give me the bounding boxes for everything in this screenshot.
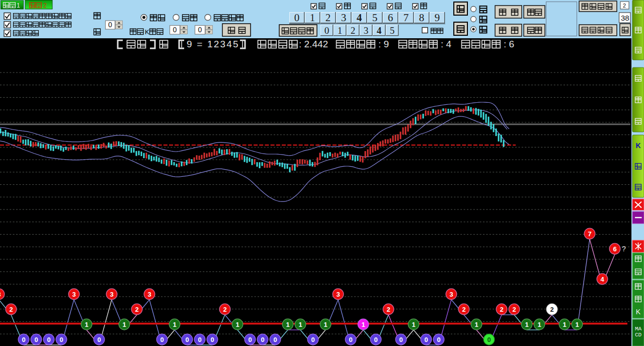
svg-text:2: 2 bbox=[9, 306, 13, 313]
svg-text:0: 0 bbox=[261, 336, 264, 343]
svg-text:0: 0 bbox=[349, 336, 352, 343]
svg-text:3: 3 bbox=[110, 291, 113, 298]
svg-text:2: 2 bbox=[386, 306, 390, 313]
svg-text:1: 1 bbox=[122, 321, 126, 328]
svg-text:2: 2 bbox=[550, 306, 553, 313]
svg-text:1: 1 bbox=[85, 321, 88, 328]
svg-text:K: K bbox=[636, 308, 641, 316]
svg-text:: 6: : 6 bbox=[504, 39, 514, 49]
svg-text:3: 3 bbox=[341, 12, 347, 24]
svg-text:1: 1 bbox=[537, 321, 541, 328]
svg-text:0: 0 bbox=[22, 336, 25, 343]
svg-text:6: 6 bbox=[388, 12, 393, 24]
svg-text:MA: MA bbox=[635, 326, 642, 332]
svg-text:3: 3 bbox=[449, 291, 453, 298]
svg-text:3: 3 bbox=[0, 291, 1, 298]
svg-text:1: 1 bbox=[525, 321, 528, 328]
svg-text:0: 0 bbox=[108, 21, 112, 29]
svg-text:2: 2 bbox=[43, 2, 47, 9]
svg-text:7: 7 bbox=[404, 12, 409, 24]
svg-text:2: 2 bbox=[351, 25, 356, 36]
svg-text:K: K bbox=[635, 142, 640, 150]
svg-text:1: 1 bbox=[173, 321, 176, 328]
svg-text:1: 1 bbox=[474, 321, 478, 328]
svg-text:6: 6 bbox=[613, 245, 616, 253]
svg-text:9 = 12345: 9 = 12345 bbox=[187, 39, 239, 49]
svg-text:1: 1 bbox=[235, 321, 239, 328]
svg-text:3: 3 bbox=[364, 25, 369, 36]
svg-text:0: 0 bbox=[325, 25, 330, 36]
svg-text:0: 0 bbox=[34, 336, 38, 343]
svg-text:1: 1 bbox=[338, 25, 343, 36]
svg-text:: 4: : 4 bbox=[441, 39, 452, 49]
svg-text:8: 8 bbox=[419, 12, 425, 24]
svg-text:5: 5 bbox=[390, 25, 395, 36]
svg-text:0: 0 bbox=[273, 336, 277, 343]
svg-text:1: 1 bbox=[361, 321, 365, 328]
svg-text:0: 0 bbox=[185, 336, 189, 343]
svg-text:0: 0 bbox=[437, 336, 440, 343]
svg-text:0: 0 bbox=[210, 336, 214, 343]
svg-text:2: 2 bbox=[623, 3, 626, 9]
svg-text:CD: CD bbox=[635, 332, 642, 338]
svg-text:7: 7 bbox=[588, 230, 591, 238]
svg-text:2: 2 bbox=[500, 306, 503, 313]
svg-text:1: 1 bbox=[562, 321, 566, 328]
svg-text:0: 0 bbox=[47, 336, 50, 343]
svg-text:0: 0 bbox=[399, 336, 403, 343]
svg-text:1: 1 bbox=[17, 2, 20, 9]
svg-text:0: 0 bbox=[248, 336, 252, 343]
svg-text:0: 0 bbox=[311, 336, 314, 343]
svg-text:?: ? bbox=[622, 245, 626, 253]
svg-text:1: 1 bbox=[324, 321, 327, 328]
svg-text:5: 5 bbox=[372, 12, 378, 24]
svg-text:0: 0 bbox=[160, 336, 164, 343]
svg-text:1: 1 bbox=[412, 321, 415, 328]
svg-text:1: 1 bbox=[298, 321, 302, 328]
svg-text:0: 0 bbox=[374, 336, 377, 343]
svg-text:K: K bbox=[145, 28, 149, 36]
svg-text:2: 2 bbox=[135, 306, 138, 313]
svg-text:4: 4 bbox=[357, 12, 362, 24]
svg-text:0: 0 bbox=[424, 336, 428, 343]
svg-text:3: 3 bbox=[72, 291, 75, 298]
svg-text:1: 1 bbox=[310, 12, 315, 24]
svg-text:4: 4 bbox=[600, 275, 604, 283]
svg-text:0: 0 bbox=[59, 336, 63, 343]
svg-text:2: 2 bbox=[462, 306, 465, 313]
svg-text:0: 0 bbox=[294, 12, 300, 24]
svg-text:38: 38 bbox=[621, 14, 629, 22]
svg-text:4: 4 bbox=[377, 25, 382, 36]
svg-text:: 9: : 9 bbox=[378, 39, 389, 49]
svg-text:9: 9 bbox=[435, 12, 440, 24]
svg-text:1: 1 bbox=[286, 321, 289, 328]
svg-text:3: 3 bbox=[336, 291, 340, 298]
svg-text:0: 0 bbox=[198, 336, 201, 343]
svg-text:0: 0 bbox=[97, 336, 101, 343]
svg-text:2: 2 bbox=[326, 12, 331, 24]
svg-text:0: 0 bbox=[487, 336, 491, 343]
svg-text:0: 0 bbox=[198, 26, 202, 34]
svg-text:2: 2 bbox=[223, 306, 226, 313]
svg-text:2: 2 bbox=[512, 306, 516, 313]
svg-text:0: 0 bbox=[173, 26, 177, 34]
svg-text:1: 1 bbox=[575, 321, 579, 328]
svg-text:: 2.442: : 2.442 bbox=[299, 39, 328, 49]
svg-text:3: 3 bbox=[147, 291, 151, 298]
